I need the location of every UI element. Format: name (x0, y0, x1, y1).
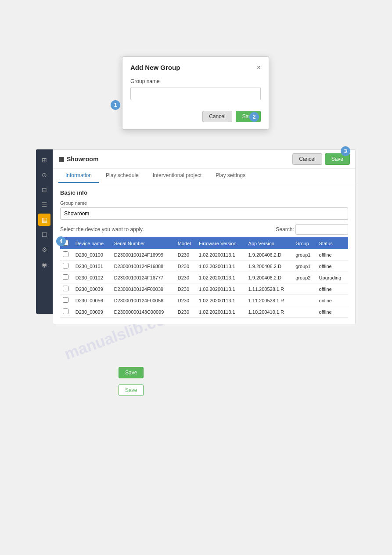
modal-title: Add New Group (130, 64, 180, 71)
cell-firmware: 1.02.20200113.1 (196, 295, 246, 306)
cell-group: group2 (293, 272, 316, 283)
sidebar-icon-file[interactable]: ☰ (38, 199, 50, 211)
bottom-save-area: Save Save (119, 367, 144, 396)
cell-model: D230 (175, 306, 196, 318)
content-area: Basic info Group name Select the device … (53, 183, 355, 324)
search-input[interactable] (295, 224, 348, 235)
cell-status: offline (316, 261, 348, 272)
cell-serial: D23000100124F16777 (111, 272, 175, 283)
modal-group-name-input[interactable] (130, 87, 261, 100)
step-badge-1: 1 (111, 100, 120, 110)
select-device-area: Select the device you want to apply. Sea… (60, 224, 348, 235)
cell-group: group1 (293, 249, 316, 261)
sidebar: ⊞ ⊙ ⊟ ☰ ▦ ☐ ⚙ ◉ (36, 149, 53, 314)
table-row: D230_00101 D23000100124F16888 D230 1.02.… (60, 261, 348, 272)
cell-serial: D23000100124F00056 (111, 295, 175, 306)
cell-group (293, 295, 316, 306)
cell-group (293, 306, 316, 318)
cell-app-version: 1.11.200528.1.R (246, 283, 293, 295)
table-row: D230_00102 D23000100124F16777 D230 1.02.… (60, 272, 348, 283)
cell-status: offline (316, 283, 348, 295)
bottom-save-button-2[interactable]: Save (119, 385, 144, 396)
sidebar-icon-print[interactable]: ⊟ (38, 184, 50, 196)
cell-status: offline (316, 249, 348, 261)
tab-play-schedule[interactable]: Play schedule (99, 169, 146, 183)
sidebar-icon-layers[interactable]: ☐ (38, 229, 50, 241)
cell-group (293, 283, 316, 295)
row-checkbox[interactable] (63, 274, 68, 280)
cell-model: D230 (175, 272, 196, 283)
row-checkbox[interactable] (63, 297, 68, 303)
tab-information[interactable]: Information (58, 169, 99, 183)
cell-app-version: 1.9.200406.2.D (246, 249, 293, 261)
cell-status: Upgrading (316, 272, 348, 283)
modal-cancel-button[interactable]: Cancel (202, 111, 232, 122)
cell-serial: D23000000143C00099 (111, 306, 175, 318)
cell-group: group1 (293, 261, 316, 272)
row-checkbox[interactable] (63, 308, 68, 314)
cell-device-name: D230_00100 (73, 249, 111, 261)
row-checkbox[interactable] (63, 286, 68, 291)
col-status: Status (316, 237, 348, 249)
cell-serial: D23000100124F16888 (111, 261, 175, 272)
sidebar-icon-globe[interactable]: ⊙ (38, 169, 50, 181)
col-device-name: Device name (73, 237, 111, 249)
section-title: Basic info (60, 189, 348, 196)
cell-device-name: D230_00102 (73, 272, 111, 283)
modal-close-button[interactable]: × (257, 64, 261, 71)
cell-serial: D23000100124F00039 (111, 283, 175, 295)
tab-bar: Information Play schedule Interventional… (53, 169, 355, 183)
cell-app-version: 1.11.200528.1.R (246, 295, 293, 306)
cell-device-name: D230_00056 (73, 295, 111, 306)
select-device-msg: Select the device you want to apply. (60, 226, 144, 232)
cell-model: D230 (175, 295, 196, 306)
grid-icon: ▦ (58, 156, 64, 163)
group-name-label: Group name (60, 200, 348, 206)
tab-play-settings[interactable]: Play settings (209, 169, 252, 183)
step-badge-4: 4 (56, 236, 66, 246)
col-serial-number: Serial Number (111, 237, 175, 249)
search-label: Search: (276, 226, 294, 232)
cell-model: D230 (175, 283, 196, 295)
cell-model: D230 (175, 249, 196, 261)
sidebar-icon-grid[interactable]: ⊞ (38, 154, 50, 166)
table-row: D230_00056 D23000100124F00056 D230 1.02.… (60, 295, 348, 306)
row-checkbox[interactable] (63, 251, 68, 257)
search-area: Search: (276, 224, 348, 235)
cell-model: D230 (175, 261, 196, 272)
cell-serial: D23000100124F16999 (111, 249, 175, 261)
cell-firmware: 1.02.20200113.1 (196, 306, 246, 318)
cell-app-version: 1.9.200406.2.D (246, 272, 293, 283)
table-row: D230_00100 D23000100124F16999 D230 1.02.… (60, 249, 348, 261)
cell-firmware: 1.02.20200113.1 (196, 283, 246, 295)
cell-firmware: 1.02.20200113.1 (196, 272, 246, 283)
cell-firmware: 1.02.20200113.1 (196, 249, 246, 261)
cell-status: offline (316, 306, 348, 318)
bottom-save-button-1[interactable]: Save (119, 367, 144, 378)
add-new-group-modal: Add New Group × Group name Cancel Save (122, 56, 269, 130)
modal-group-name-label: Group name (130, 78, 261, 84)
step-badge-3: 3 (341, 146, 350, 156)
tab-interventional-project[interactable]: Interventional project (146, 169, 209, 183)
cell-app-version: 1.10.200410.1.R (246, 306, 293, 318)
cell-device-name: D230_00039 (73, 283, 111, 295)
cell-firmware: 1.02.20200113.1 (196, 261, 246, 272)
row-checkbox[interactable] (63, 263, 68, 268)
sidebar-icon-settings[interactable]: ⚙ (38, 243, 50, 256)
device-table: Device name Serial Number Model Firmware… (60, 237, 348, 318)
cell-device-name: D230_00099 (73, 306, 111, 318)
app-cancel-button[interactable]: Cancel (292, 153, 322, 165)
col-app-version: App Version (246, 237, 293, 249)
cell-app-version: 1.9.200406.2.D (246, 261, 293, 272)
col-group: Group (293, 237, 316, 249)
app-header: ▦ Showroom Cancel Save (53, 150, 355, 169)
sidebar-icon-monitor[interactable]: ▦ (38, 214, 50, 226)
step-badge-2: 2 (249, 112, 259, 122)
app-title: ▦ Showroom (58, 156, 98, 163)
table-row: D230_00099 D23000000143C00099 D230 1.02.… (60, 306, 348, 318)
sidebar-icon-tag[interactable]: ◉ (38, 258, 50, 271)
col-model: Model (175, 237, 196, 249)
cell-device-name: D230_00101 (73, 261, 111, 272)
cell-status: online (316, 295, 348, 306)
group-name-input[interactable] (60, 207, 348, 220)
